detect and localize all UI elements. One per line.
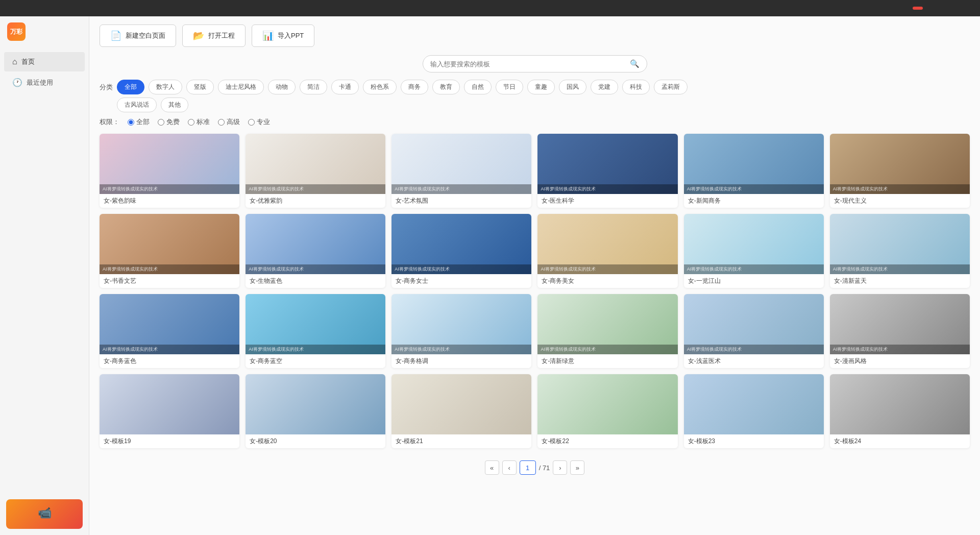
tag-all[interactable]: 全部	[117, 80, 144, 94]
template-card[interactable]: AI将梦境转换成现实的技术女-医生科学	[537, 134, 677, 208]
template-card[interactable]: AI将梦境转换成现实的技术女-商务蓝空	[246, 294, 385, 368]
tag-vertical[interactable]: 竖版	[186, 80, 214, 94]
clock-icon: 🕐	[12, 78, 22, 87]
template-card[interactable]: AI将梦境转换成现实的技术女-商务美女	[537, 214, 677, 288]
action-bar: 📄 新建空白页面 📂 打开工程 📊 导入PPT	[100, 25, 970, 47]
tag-ancient[interactable]: 古风说话	[117, 98, 157, 112]
tag-simple[interactable]: 简洁	[300, 80, 327, 94]
page-next-button[interactable]: ›	[553, 460, 567, 475]
template-card[interactable]: AI将梦境转换成现实的技术女-优雅紫韵	[246, 134, 385, 208]
search-icon[interactable]: 🔍	[630, 59, 640, 68]
main-content: 📄 新建空白页面 📂 打开工程 📊 导入PPT 🔍 分类 全部	[89, 16, 980, 535]
perm-advanced-label[interactable]: 高级	[227, 117, 240, 127]
card-label: 女-生物蓝色	[246, 274, 385, 288]
template-card[interactable]: AI将梦境转换成现实的技术女-漫画风格	[830, 294, 970, 368]
live-button[interactable]: 📹	[6, 499, 83, 529]
import-ppt-button[interactable]: 📊 导入PPT	[252, 25, 314, 47]
card-label: 女-清新蓝天	[830, 274, 970, 288]
template-card[interactable]: AI将梦境转换成现实的技术女-紫色韵味	[100, 134, 239, 208]
template-card[interactable]: 女-模板21	[391, 374, 531, 448]
tag-digital[interactable]: 数字人	[149, 80, 182, 94]
card-label: 女-模板19	[100, 434, 239, 448]
template-card[interactable]: AI将梦境转换成现实的技术女-一览江山	[684, 214, 824, 288]
tag-holiday[interactable]: 节日	[496, 80, 523, 94]
perm-pro-radio[interactable]	[248, 119, 255, 126]
tag-business[interactable]: 商务	[401, 80, 428, 94]
search-input[interactable]	[430, 60, 626, 68]
template-card[interactable]: 女-模板23	[684, 374, 824, 448]
template-card[interactable]: AI将梦境转换成现实的技术女-商务女士	[391, 214, 531, 288]
template-card[interactable]: 女-模板22	[537, 374, 677, 448]
new-page-icon: 📄	[110, 30, 121, 41]
tag-education[interactable]: 教育	[432, 80, 460, 94]
template-card[interactable]: 女-模板19	[100, 374, 239, 448]
perm-standard-radio[interactable]	[188, 119, 194, 126]
tag-children[interactable]: 童趣	[527, 80, 555, 94]
tag-animal[interactable]: 动物	[268, 80, 296, 94]
template-card[interactable]: AI将梦境转换成现实的技术女-商务格调	[391, 294, 531, 368]
new-blank-button[interactable]: 📄 新建空白页面	[100, 25, 176, 47]
template-card[interactable]: AI将梦境转换成现实的技术女-商务蓝色	[100, 294, 239, 368]
category-row-2: 分类 古风说话 其他	[100, 98, 970, 112]
tag-cartoon[interactable]: 卡通	[331, 80, 359, 94]
sidebar-item-recent[interactable]: 🕐 最近使用	[4, 72, 85, 92]
tag-disney[interactable]: 迪士尼风格	[218, 80, 264, 94]
card-label: 女-模板23	[684, 434, 824, 448]
perm-advanced-radio[interactable]	[218, 119, 225, 126]
open-project-label: 打开工程	[208, 31, 235, 40]
card-thumbnail: AI将梦境转换成现实的技术	[391, 134, 531, 194]
card-overlay-text: AI将梦境转换成现实的技术	[537, 184, 677, 194]
page-first-button[interactable]: «	[485, 460, 499, 475]
card-label: 女-浅蓝医术	[684, 354, 824, 368]
card-overlay-text: AI将梦境转换成现实的技术	[100, 264, 239, 274]
template-card[interactable]: 女-模板24	[830, 374, 970, 448]
card-overlay-text: AI将梦境转换成现实的技术	[100, 345, 239, 354]
perm-free-radio[interactable]	[158, 119, 164, 126]
card-label: 女-艺术氛围	[391, 194, 531, 208]
template-grid: AI将梦境转换成现实的技术女-紫色韵味AI将梦境转换成现实的技术女-优雅紫韵AI…	[100, 134, 970, 448]
template-card[interactable]: AI将梦境转换成现实的技术女-清新绿意	[537, 294, 677, 368]
template-card[interactable]: AI将梦境转换成现实的技术女-清新蓝天	[830, 214, 970, 288]
template-card[interactable]: AI将梦境转换成现实的技术女-生物蓝色	[246, 214, 385, 288]
template-card[interactable]: AI将梦境转换成现实的技术女-新闻商务	[684, 134, 824, 208]
perm-advanced-group: 高级	[218, 117, 240, 127]
tag-mss[interactable]: 孟莉斯	[654, 80, 688, 94]
card-overlay-text: AI将梦境转换成现实的技术	[684, 345, 824, 354]
page-prev-button[interactable]: ‹	[502, 460, 517, 475]
perm-all-radio[interactable]	[128, 119, 134, 126]
open-project-button[interactable]: 📂 打开工程	[182, 25, 246, 47]
perm-standard-label[interactable]: 标准	[197, 117, 210, 127]
card-thumbnail: AI将梦境转换成现实的技术	[537, 294, 677, 354]
page-last-button[interactable]: »	[570, 460, 584, 475]
tag-other[interactable]: 其他	[161, 98, 188, 112]
card-label: 女-漫画风格	[830, 354, 970, 368]
card-label: 女-紫色韵味	[100, 194, 239, 208]
template-card[interactable]: AI将梦境转换成现实的技术女-现代主义	[830, 134, 970, 208]
tag-pink[interactable]: 粉色系	[363, 80, 397, 94]
tag-party[interactable]: 党建	[591, 80, 618, 94]
tag-chinese[interactable]: 国风	[559, 80, 586, 94]
title-bar-right	[913, 7, 976, 10]
template-card[interactable]: AI将梦境转换成现实的技术女-书香文艺	[100, 214, 239, 288]
card-label: 女-模板22	[537, 434, 677, 448]
template-card[interactable]: AI将梦境转换成现实的技术女-艺术氛围	[391, 134, 531, 208]
template-card[interactable]: AI将梦境转换成现实的技术女-浅蓝医术	[684, 294, 824, 368]
card-overlay-text: AI将梦境转换成现实的技术	[684, 184, 824, 194]
tag-tech[interactable]: 科技	[622, 80, 650, 94]
card-thumbnail: AI将梦境转换成现实的技术	[537, 134, 677, 194]
card-label: 女-商务格调	[391, 354, 531, 368]
upgrade-button[interactable]	[913, 7, 923, 10]
template-card[interactable]: 女-模板20	[246, 374, 385, 448]
card-overlay-text: AI将梦境转换成现实的技术	[246, 184, 385, 194]
perm-all-label[interactable]: 全部	[136, 117, 150, 127]
perm-pro-label[interactable]: 专业	[257, 117, 270, 127]
tag-nature[interactable]: 自然	[464, 80, 492, 94]
card-label: 女-清新绿意	[537, 354, 677, 368]
home-icon: ⌂	[12, 57, 17, 66]
card-thumbnail: AI将梦境转换成现实的技术	[830, 134, 970, 194]
card-overlay-text: AI将梦境转换成现实的技术	[830, 184, 970, 194]
perm-free-label[interactable]: 免费	[166, 117, 180, 127]
card-label: 女-商务蓝空	[246, 354, 385, 368]
card-overlay-text: AI将梦境转换成现实的技术	[830, 264, 970, 274]
sidebar-item-home[interactable]: ⌂ 首页	[4, 52, 85, 71]
